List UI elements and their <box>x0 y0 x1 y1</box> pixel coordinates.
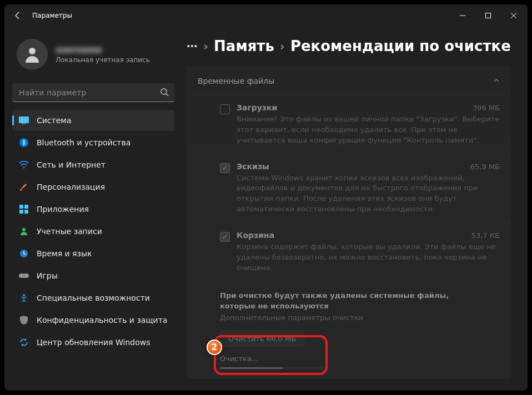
avatar <box>17 39 48 70</box>
breadcrumb-overflow[interactable]: ⋯ <box>187 40 198 52</box>
sidebar-item-label: Приложения <box>37 205 89 214</box>
accounts-icon <box>19 226 29 236</box>
temp-files-panel: Временные файлы Загрузки 396 МБ Внимание… <box>187 67 511 379</box>
svg-rect-12 <box>19 210 23 214</box>
cleanup-item-recycle: Корзина 53,7 КБ Корзина содержит файлы, … <box>187 222 511 281</box>
sidebar-item-label: Bluetooth и устройства <box>37 138 131 147</box>
sidebar-item-privacy[interactable]: Конфиденциальность и защита <box>12 310 174 331</box>
sidebar-item-accessibility[interactable]: Специальные возможности <box>12 287 174 308</box>
search-input[interactable] <box>12 83 174 102</box>
panel-header[interactable]: Временные файлы <box>187 67 511 95</box>
gamepad-icon <box>19 271 29 281</box>
sidebar-item-label: Конфиденциальность и защита <box>37 316 167 325</box>
chevron-right-icon: › <box>203 39 208 53</box>
accessibility-icon <box>19 293 29 303</box>
svg-point-18 <box>26 275 27 276</box>
search-box[interactable] <box>12 83 174 102</box>
item-size: 396 МБ <box>466 104 500 112</box>
sidebar-item-games[interactable]: Игры <box>12 265 174 286</box>
window-title: Параметры <box>32 12 72 19</box>
profile-name: username <box>56 45 150 55</box>
main-content: ⋯ › Память › Рекомендации по очистке Вре… <box>182 27 528 391</box>
panel-title: Временные файлы <box>198 77 274 85</box>
cleanup-item-thumbnails: Эскизы 65,9 МБ Система Windows хранит ко… <box>187 154 511 222</box>
svg-point-8 <box>23 167 25 169</box>
item-desc: Внимание! Это файлы из вашей личной папк… <box>237 114 500 146</box>
minimize-button[interactable] <box>450 4 475 27</box>
back-button[interactable] <box>6 4 30 27</box>
cleanup-item-downloads: Загрузки 396 МБ Внимание! Это файлы из в… <box>187 95 511 154</box>
clock-icon <box>19 249 29 259</box>
sidebar-item-apps[interactable]: Приложения <box>12 199 174 220</box>
svg-rect-6 <box>22 123 26 124</box>
svg-point-14 <box>22 228 26 231</box>
cleanup-note: При очистке будут также удалены системны… <box>220 291 478 311</box>
sidebar-item-label: Сеть и Интернет <box>37 160 106 169</box>
system-icon <box>19 115 29 125</box>
breadcrumb-current: Рекомендации по очистке <box>290 38 511 54</box>
update-icon <box>19 337 29 347</box>
titlebar: Параметры <box>4 4 528 27</box>
breadcrumb-storage[interactable]: Память <box>214 38 274 54</box>
sidebar-item-label: Время и язык <box>37 249 92 258</box>
svg-point-9 <box>20 189 22 191</box>
item-desc: Система Windows хранит копии эскизов все… <box>237 173 500 215</box>
shield-icon <box>19 315 29 325</box>
svg-rect-11 <box>24 205 28 209</box>
svg-point-3 <box>161 89 167 94</box>
checkbox-thumbnails[interactable] <box>220 163 230 173</box>
maximize-button[interactable] <box>475 4 501 27</box>
sidebar-item-label: Игры <box>37 271 58 280</box>
progress-label: Очистка... <box>220 355 325 363</box>
brush-icon <box>19 182 29 192</box>
sidebar-item-personalization[interactable]: Персонализация <box>12 176 174 198</box>
sidebar: username Локальная учетная запись Систем… <box>4 27 182 391</box>
checkbox-recycle[interactable] <box>220 232 230 242</box>
sidebar-item-label: Учетные записи <box>37 227 102 236</box>
sidebar-item-label: Центр обновления Windows <box>37 338 150 347</box>
apps-icon <box>19 204 29 214</box>
chevron-up-icon <box>493 75 500 86</box>
sidebar-item-update[interactable]: Центр обновления Windows <box>12 332 174 353</box>
svg-rect-5 <box>19 117 29 123</box>
clean-button[interactable]: Очистить 66,0 МБ <box>220 331 304 347</box>
svg-rect-10 <box>19 205 23 209</box>
item-desc: Корзина содержит файлы, которые вы удали… <box>237 242 500 274</box>
item-size: 65,9 МБ <box>464 163 500 171</box>
sidebar-item-system[interactable]: Система <box>12 110 174 131</box>
bluetooth-icon <box>19 138 29 148</box>
item-size: 53,7 КБ <box>465 231 500 240</box>
item-title: Эскизы <box>237 162 269 171</box>
wifi-icon <box>19 160 29 170</box>
item-title: Корзина <box>237 231 274 240</box>
sidebar-item-bluetooth[interactable]: Bluetooth и устройства <box>12 132 174 153</box>
svg-point-2 <box>29 48 36 54</box>
advanced-cleanup-link[interactable]: Дополнительные параметры очистки <box>220 313 478 322</box>
svg-rect-13 <box>24 210 28 214</box>
svg-rect-16 <box>19 274 29 278</box>
svg-point-19 <box>23 294 25 296</box>
item-title: Загрузки <box>237 103 277 112</box>
sidebar-item-accounts[interactable]: Учетные записи <box>12 221 174 242</box>
cleanup-progress: Очистка... <box>220 355 325 369</box>
sidebar-item-label: Специальные возможности <box>37 293 150 302</box>
close-button[interactable] <box>501 4 526 27</box>
sidebar-item-network[interactable]: Сеть и Интернет <box>12 154 174 175</box>
annotation-badge-2: 2 <box>207 340 222 355</box>
sidebar-item-label: Персонализация <box>37 183 105 191</box>
svg-line-4 <box>166 94 168 96</box>
profile-block[interactable]: username Локальная учетная запись <box>12 31 174 81</box>
search-icon <box>160 88 169 99</box>
sidebar-item-label: Система <box>37 116 71 125</box>
svg-point-17 <box>21 275 22 276</box>
profile-sub: Локальная учетная запись <box>56 56 150 64</box>
breadcrumb: ⋯ › Память › Рекомендации по очистке <box>187 38 511 54</box>
nav-list: Система Bluetooth и устройства Сеть и Ин… <box>12 110 174 353</box>
checkbox-downloads[interactable] <box>220 104 230 114</box>
svg-rect-1 <box>486 13 491 18</box>
sidebar-item-time[interactable]: Время и язык <box>12 243 174 264</box>
chevron-right-icon: › <box>280 39 285 53</box>
